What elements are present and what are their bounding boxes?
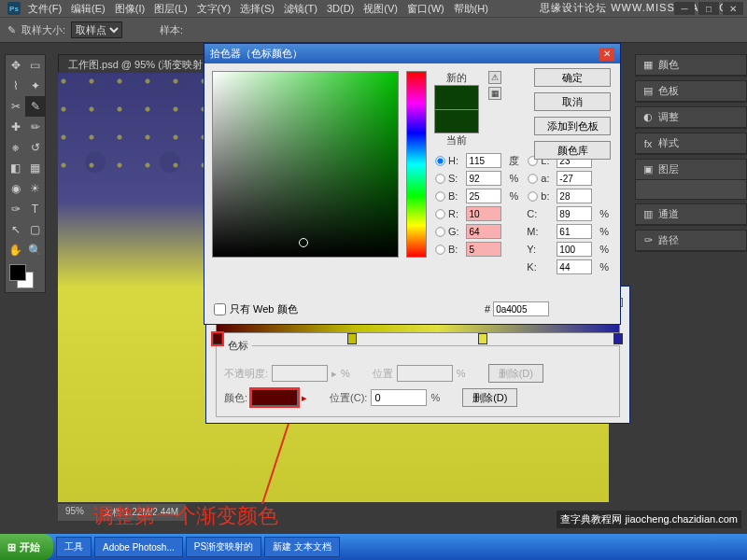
- lasso-tool[interactable]: ⌇: [6, 76, 25, 96]
- s-input[interactable]: [466, 171, 501, 186]
- eyedropper-tool[interactable]: ✎: [25, 96, 45, 117]
- g-input[interactable]: [466, 224, 501, 239]
- picker-library-button[interactable]: 颜色库: [534, 141, 611, 160]
- panel-paths[interactable]: ✑路径: [636, 231, 746, 251]
- color-pos-input[interactable]: [371, 389, 427, 406]
- picker-add-swatch-button[interactable]: 添加到色板: [534, 117, 611, 135]
- bch-input[interactable]: [466, 242, 501, 257]
- g-radio[interactable]: [435, 227, 444, 236]
- sample-size-select[interactable]: 取样点: [71, 21, 122, 38]
- new-label: 新的: [446, 71, 467, 85]
- menu-filter[interactable]: 滤镜(T): [284, 2, 317, 16]
- sample-size-label: 取样大小:: [21, 23, 65, 37]
- bb-input[interactable]: [557, 189, 592, 203]
- menu-image[interactable]: 图像(I): [115, 2, 145, 16]
- a-input[interactable]: [557, 171, 592, 186]
- brush-tool[interactable]: ✏: [25, 117, 45, 137]
- menu-select[interactable]: 选择(S): [240, 2, 275, 16]
- eyedropper-tool-icon: ✎: [7, 24, 16, 36]
- saturation-value-field[interactable]: [212, 71, 399, 258]
- menu-window[interactable]: 窗口(W): [407, 2, 444, 16]
- move-tool[interactable]: ✥: [6, 55, 25, 76]
- color-swatches[interactable]: [6, 260, 45, 292]
- k-input[interactable]: [557, 259, 592, 274]
- stop-color-swatch[interactable]: [251, 389, 298, 406]
- web-only-checkbox[interactable]: [214, 303, 226, 315]
- a-radio[interactable]: [529, 174, 538, 183]
- taskbar-item-tools[interactable]: 工具: [56, 537, 92, 557]
- annotation-text: 调整第一个渐变颜色: [93, 502, 278, 530]
- picker-close-button[interactable]: ✕: [599, 48, 614, 61]
- r-input[interactable]: [466, 206, 501, 221]
- close-button[interactable]: ✕: [723, 2, 743, 15]
- heal-tool[interactable]: ✚: [6, 117, 25, 137]
- pen-tool[interactable]: ✑: [6, 199, 25, 219]
- app-icon: Ps: [7, 2, 21, 15]
- blur-tool[interactable]: ◉: [6, 178, 25, 199]
- menu-help[interactable]: 帮助(H): [454, 2, 488, 16]
- foreground-color[interactable]: [9, 264, 26, 281]
- c-input[interactable]: [557, 206, 592, 221]
- start-button[interactable]: ⊞ 开始: [0, 534, 53, 560]
- websafe-warning-icon[interactable]: ▦: [488, 87, 501, 100]
- wand-tool[interactable]: ✦: [25, 76, 45, 96]
- toolbox: ✥▭ ⌇✦ ✂✎ ✚✏ ⎈↺ ◧▦ ◉☀ ✑T ↖▢ ✋🔍: [5, 54, 46, 293]
- path-tool[interactable]: ↖: [6, 219, 25, 240]
- picker-cancel-button[interactable]: 取消: [534, 92, 611, 111]
- r-radio[interactable]: [435, 209, 444, 218]
- menu-edit[interactable]: 编辑(E): [71, 2, 106, 16]
- taskbar-item-tutorial[interactable]: PS渐变映射的: [186, 537, 261, 557]
- maximize-button[interactable]: □: [698, 2, 719, 15]
- b-input[interactable]: [466, 189, 501, 203]
- zoom-level[interactable]: 95%: [65, 506, 84, 519]
- picker-titlebar[interactable]: 拾色器（色标颜色） ✕: [204, 44, 620, 63]
- marquee-tool[interactable]: ▭: [25, 55, 45, 76]
- sv-cursor[interactable]: [299, 238, 308, 247]
- color-stop-2[interactable]: [347, 333, 357, 344]
- menu-layer[interactable]: 图层(L): [154, 2, 187, 16]
- y-input[interactable]: [557, 242, 592, 257]
- hue-slider[interactable]: [406, 71, 427, 258]
- color-stop-1[interactable]: [213, 333, 222, 344]
- h-radio[interactable]: [435, 156, 444, 165]
- shape-tool[interactable]: ▢: [25, 219, 45, 240]
- menu-view[interactable]: 视图(V): [363, 2, 398, 16]
- h-input[interactable]: [466, 153, 501, 168]
- options-bar: ✎ 取样大小: 取样点 样本:: [0, 17, 747, 43]
- hex-input[interactable]: [493, 301, 549, 316]
- menu-3d[interactable]: 3D(D): [327, 3, 354, 14]
- m-input[interactable]: [557, 224, 592, 239]
- right-panel-dock: ▦颜色 ▤色板 ◐调整 fx样式 ▣图层 ▥通道 ✑路径: [635, 54, 747, 256]
- current-color-preview[interactable]: [434, 109, 479, 133]
- dodge-tool[interactable]: ☀: [25, 178, 45, 199]
- color-delete-button[interactable]: 删除(D): [462, 388, 517, 407]
- minimize-button[interactable]: ─: [674, 2, 695, 15]
- color-stop-4[interactable]: [613, 333, 623, 344]
- taskbar-item-notepad[interactable]: 新建 文本文档: [264, 537, 340, 557]
- type-tool[interactable]: T: [25, 199, 45, 219]
- color-stop-3[interactable]: [478, 333, 487, 344]
- picker-ok-button[interactable]: 确定: [534, 68, 611, 87]
- taskbar-item-photoshop[interactable]: Adobe Photosh...: [94, 537, 183, 557]
- crop-tool[interactable]: ✂: [6, 96, 25, 117]
- eraser-tool[interactable]: ◧: [6, 158, 25, 178]
- panel-color[interactable]: ▦颜色: [636, 55, 746, 76]
- panel-swatches[interactable]: ▤色板: [636, 81, 746, 102]
- bb-radio[interactable]: [529, 191, 538, 201]
- b-radio[interactable]: [435, 191, 444, 201]
- bch-radio[interactable]: [435, 245, 444, 254]
- paths-icon: ✑: [641, 234, 655, 247]
- panel-adjustments[interactable]: ◐调整: [636, 107, 746, 128]
- gamut-warning-icon[interactable]: ⚠: [488, 71, 501, 84]
- zoom-tool[interactable]: 🔍: [25, 240, 45, 260]
- stamp-tool[interactable]: ⎈: [6, 137, 25, 158]
- gradient-tool[interactable]: ▦: [25, 158, 45, 178]
- panel-layers[interactable]: ▣图层: [636, 160, 746, 180]
- menu-type[interactable]: 文字(Y): [197, 2, 232, 16]
- panel-channels[interactable]: ▥通道: [636, 204, 746, 225]
- panel-styles[interactable]: fx样式: [636, 133, 746, 154]
- menu-file[interactable]: 文件(F): [28, 2, 62, 16]
- s-radio[interactable]: [435, 174, 444, 183]
- hand-tool[interactable]: ✋: [6, 240, 25, 260]
- history-brush-tool[interactable]: ↺: [25, 137, 45, 158]
